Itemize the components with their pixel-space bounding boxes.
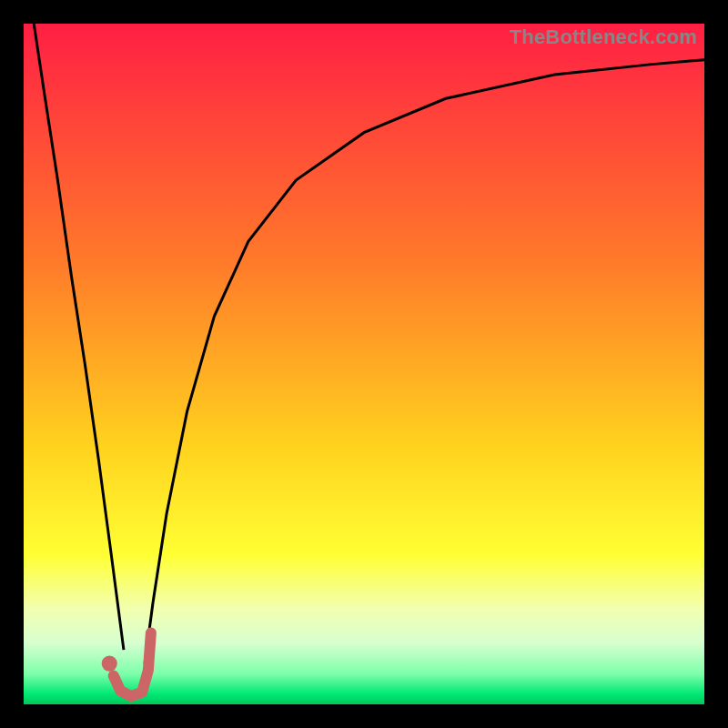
- chart-frame: TheBottleneck.com: [0, 0, 728, 728]
- curves-layer: [24, 24, 704, 704]
- valley-marker-dot: [102, 656, 117, 672]
- series-left-limb: [34, 24, 124, 650]
- watermark-text: TheBottleneck.com: [510, 25, 697, 49]
- plot-area: TheBottleneck.com: [24, 24, 704, 704]
- series-right-limb: [145, 60, 704, 663]
- series-valley-j: [114, 632, 151, 696]
